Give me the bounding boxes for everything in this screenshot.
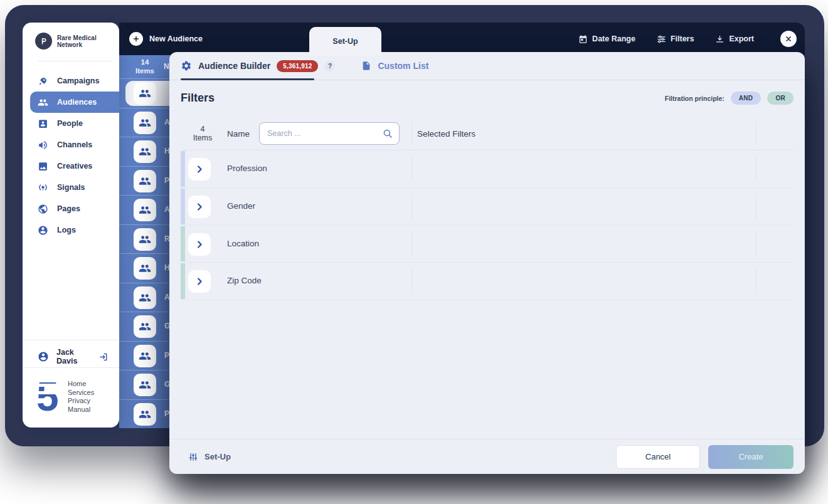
- user-section: Jack Davis: [23, 340, 119, 373]
- calendar-icon: [578, 34, 588, 44]
- close-icon: [785, 35, 792, 43]
- column-divider: [756, 194, 756, 219]
- audience-items-label: Items: [124, 66, 166, 75]
- audience-icon[interactable]: [134, 140, 156, 163]
- export-button[interactable]: Export: [715, 34, 754, 44]
- setup-step[interactable]: Set-Up: [188, 452, 231, 462]
- sidebar-item-campaigns[interactable]: Campaigns: [23, 70, 119, 92]
- user-name: Jack Davis: [56, 348, 91, 365]
- megaphone-icon: [38, 140, 48, 150]
- sidebar-item-signals[interactable]: Signals: [23, 177, 119, 198]
- create-button[interactable]: Create: [708, 445, 794, 469]
- filters-table: 4 Items Name Selected Filters Profession…: [181, 117, 794, 300]
- expand-button[interactable]: [188, 196, 211, 218]
- filters-table-header: 4 Items Name Selected Filters: [181, 117, 794, 150]
- audience-icon[interactable]: [134, 112, 156, 134]
- footer-link-privacy[interactable]: Privacy: [68, 397, 94, 406]
- audience-name-column: N: [164, 62, 169, 71]
- user-avatar-icon: [38, 351, 49, 362]
- column-divider: [411, 232, 412, 256]
- audience-icon[interactable]: [134, 345, 156, 367]
- globe-icon: [38, 204, 48, 214]
- name-column-header: Name: [227, 129, 250, 139]
- tab-custom-list[interactable]: Custom List: [361, 61, 428, 71]
- filtration-principle-label: Filtration principle:: [665, 95, 724, 102]
- image-icon: [38, 161, 48, 172]
- expand-button[interactable]: [188, 233, 211, 256]
- modal-footer: Set-Up Cancel Create: [169, 439, 805, 474]
- signal-bulb-icon: [38, 182, 48, 193]
- search-icon: [382, 128, 393, 142]
- sidebar-item-logs[interactable]: Logs: [23, 219, 119, 241]
- audience-count: 14: [124, 58, 166, 66]
- filter-row-label: Zip Code: [227, 276, 262, 285]
- audience-size-badge: 5,361,912: [277, 60, 318, 72]
- audience-icon[interactable]: [134, 286, 156, 309]
- selected-filters-header: Selected Filters: [417, 129, 475, 139]
- document-icon: [361, 61, 371, 71]
- or-toggle[interactable]: OR: [767, 92, 794, 105]
- gear-icon: [181, 60, 192, 71]
- people-card-icon: [38, 118, 48, 129]
- sidebar-item-creatives[interactable]: Creatives: [23, 155, 119, 177]
- or-accent-strip: [181, 263, 185, 299]
- audience-icon[interactable]: [134, 257, 156, 280]
- filters-button[interactable]: Filters: [657, 34, 694, 44]
- footer-link-home[interactable]: Home: [68, 380, 94, 389]
- date-range-button[interactable]: Date Range: [578, 34, 635, 44]
- sidebar: Rare Medical Network Campaigns Audiences…: [23, 23, 119, 428]
- filter-row-label: Profession: [227, 164, 267, 173]
- chevron-right-icon: [194, 164, 205, 175]
- sidebar-item-people[interactable]: People: [23, 113, 119, 134]
- column-divider: [756, 157, 756, 181]
- modal-tabs: Audience Builder 5,361,912 ? Custom List: [169, 52, 805, 80]
- filters-title: Filters: [181, 92, 215, 105]
- expand-button[interactable]: [188, 270, 211, 293]
- plus-icon: [129, 32, 143, 46]
- search-input[interactable]: [259, 122, 400, 145]
- filter-row-label: Gender: [227, 201, 255, 211]
- audience-icon[interactable]: [134, 374, 156, 396]
- rocket-icon: [38, 76, 48, 87]
- filter-row-label: Location: [227, 239, 259, 248]
- column-divider: [411, 194, 412, 219]
- five-logo: 5: [36, 377, 59, 417]
- sidebar-item-audiences[interactable]: Audiences: [30, 92, 119, 113]
- audience-icon[interactable]: [134, 403, 156, 426]
- filter-row-zip-code: Zip Code: [181, 263, 794, 300]
- footer-link-manual[interactable]: Manual: [68, 406, 94, 414]
- tab-set-up[interactable]: Set-Up: [309, 27, 381, 55]
- and-toggle[interactable]: AND: [731, 92, 762, 105]
- tab-audience-builder[interactable]: Audience Builder 5,361,912 ?: [181, 60, 335, 72]
- divider: [38, 61, 113, 61]
- audience-icon[interactable]: [134, 170, 156, 192]
- expand-button[interactable]: [188, 158, 211, 181]
- new-audience-button[interactable]: New Audience: [129, 32, 203, 46]
- sidebar-item-channels[interactable]: Channels: [23, 134, 119, 155]
- cancel-button[interactable]: Cancel: [616, 445, 700, 469]
- filter-items-label: Items: [182, 134, 223, 142]
- filter-row-profession: Profession: [181, 150, 794, 188]
- footer-link-services[interactable]: Services: [68, 389, 94, 397]
- column-divider: [411, 122, 412, 145]
- audience-builder-label: Audience Builder: [198, 61, 270, 71]
- custom-list-label: Custom List: [378, 61, 428, 71]
- audience-icon[interactable]: [134, 228, 156, 251]
- audience-icon[interactable]: [134, 82, 156, 105]
- help-badge[interactable]: ?: [324, 61, 335, 71]
- setup-step-label: Set-Up: [204, 452, 231, 461]
- column-divider: [411, 157, 412, 181]
- column-divider: [756, 269, 756, 293]
- logout-icon[interactable]: [98, 352, 109, 362]
- audience-icon[interactable]: [134, 199, 156, 221]
- divider: [23, 367, 119, 368]
- person-circle-icon: [38, 225, 48, 236]
- audience-icon[interactable]: [134, 315, 156, 338]
- vertical-sliders-icon: [188, 452, 198, 462]
- chevron-right-icon: [194, 276, 205, 287]
- search-box: [259, 122, 400, 145]
- or-accent-strip: [181, 226, 185, 262]
- close-button[interactable]: [780, 31, 797, 47]
- filter-count: 4: [182, 125, 223, 134]
- sidebar-item-pages[interactable]: Pages: [23, 198, 119, 219]
